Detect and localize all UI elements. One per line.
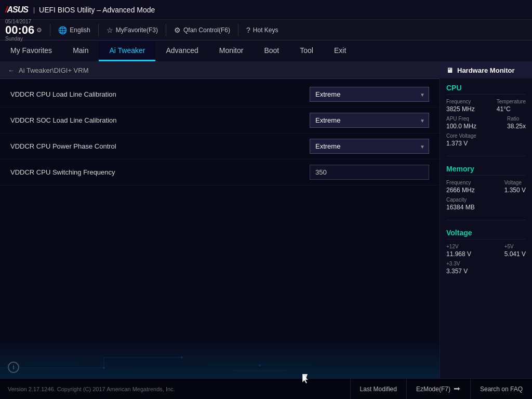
hotkeys-btn[interactable]: ? Hot Keys: [246, 26, 278, 34]
nav-monitor[interactable]: Monitor: [209, 41, 254, 61]
back-arrow-icon[interactable]: ←: [8, 66, 15, 74]
nav-boot[interactable]: Boot: [254, 41, 289, 61]
toolbar-divider-1: [50, 24, 50, 36]
hw-v33-value: 3.357 V: [446, 268, 468, 275]
hw-v5-col: +5V 5.041 V: [504, 244, 526, 258]
last-modified-btn[interactable]: Last Modified: [350, 379, 406, 399]
footer-copyright: Version 2.17.1246. Copyright (C) 2017 Am…: [0, 379, 350, 399]
nav-main[interactable]: Main: [62, 41, 99, 61]
hw-mem-voltage-value: 1.350 V: [504, 187, 526, 194]
hw-v5-label: +5V: [504, 244, 526, 249]
hw-core-voltage-col: Core Voltage 1.373 V: [446, 133, 476, 147]
monitor-icon: 🖥: [446, 66, 453, 74]
time-display: 00:06: [5, 24, 34, 36]
hw-apu-freq-col: APU Freq 100.0 MHz: [446, 116, 476, 130]
setting-row-vddcr-cpu-phase: VDDCR CPU Power Phase Control Extreme Au…: [0, 134, 440, 159]
navbar: My Favorites Main Ai Tweaker Advanced Mo…: [0, 41, 532, 62]
hw-capacity-value: 16384 MB: [446, 204, 475, 211]
hw-mem-voltage-col: Voltage 1.350 V: [504, 180, 526, 194]
hw-v5-value: 5.041 V: [504, 250, 526, 258]
hw-mem-voltage-label: Voltage: [504, 180, 526, 185]
breadcrumb: ← Ai Tweaker\DIGI+ VRM: [0, 62, 440, 79]
hw-memory-title: Memory: [446, 165, 526, 176]
setting-label-vddcr-cpu-freq: VDDCR CPU Switching Frequency: [10, 168, 310, 176]
qfan-icon: ⚙: [174, 26, 181, 34]
hw-capacity-col: Capacity 16384 MB: [446, 197, 475, 211]
toolbar: 05/14/2017 00:06 ⚙ Sunday 🌐 English ☆ My…: [0, 20, 532, 41]
hw-cpu-temp-value: 41°C: [497, 105, 526, 113]
select-wrapper-vddcr-cpu-phase: Extreme Auto Optimized Manual ▼: [310, 139, 429, 154]
hw-volt-row1: +12V 11.968 V +5V 5.041 V: [446, 244, 526, 258]
my-favorite-label: MyFavorite(F3): [116, 26, 158, 34]
language-selector[interactable]: 🌐 English: [58, 26, 90, 34]
hw-cpu-row2: APU Freq 100.0 MHz Ratio 38.25x: [446, 116, 526, 130]
setting-row-vddcr-cpu-freq: VDDCR CPU Switching Frequency: [0, 159, 440, 185]
search-faq-label: Search on FAQ: [480, 385, 523, 393]
hw-v12-col: +12V 11.968 V: [446, 244, 471, 258]
select-vddcr-soc-llc[interactable]: Extreme Auto Level 1: [310, 113, 429, 128]
hw-v33-col: +3.3V 3.357 V: [446, 261, 468, 275]
hw-monitor-panel: 🖥 Hardware Monitor CPU Frequency 3825 MH…: [440, 62, 532, 378]
footer: Version 2.17.1246. Copyright (C) 2017 Am…: [0, 378, 532, 399]
hw-capacity-label: Capacity: [446, 197, 475, 203]
setting-row-vddcr-soc-llc: VDDCR SOC Load Line Calibration Extreme …: [0, 108, 440, 134]
hw-mem-freq-label: Frequency: [446, 180, 475, 185]
hw-ratio-col: Ratio 38.25x: [507, 116, 526, 130]
my-favorite-btn[interactable]: ☆ MyFavorite(F3): [107, 26, 158, 34]
hw-ratio-value: 38.25x: [507, 123, 526, 130]
hw-cpu-row3: Core Voltage 1.373 V: [446, 133, 526, 147]
hw-memory-section: Memory Frequency 2666 MHz Voltage 1.350 …: [440, 159, 532, 217]
hotkeys-icon: ?: [246, 26, 250, 34]
hw-voltage-section: Voltage +12V 11.968 V +5V 5.041 V +3.3V …: [440, 223, 532, 281]
settings-gear-icon[interactable]: ⚙: [36, 26, 42, 34]
breadcrumb-text: Ai Tweaker\DIGI+ VRM: [19, 66, 89, 74]
language-icon: 🌐: [58, 26, 67, 34]
setting-label-vddcr-cpu-llc: VDDCR CPU Load Line Calibration: [10, 90, 310, 98]
hw-ratio-label: Ratio: [507, 116, 526, 122]
select-wrapper-vddcr-cpu-llc: Extreme Auto Level 1 Level 2 Level 7 ▼: [310, 87, 429, 102]
hw-mem-freq-col: Frequency 2666 MHz: [446, 180, 475, 194]
qfan-btn[interactable]: ⚙ Qfan Control(F6): [174, 26, 230, 34]
nav-exit[interactable]: Exit: [324, 41, 356, 61]
setting-label-vddcr-cpu-phase: VDDCR CPU Power Phase Control: [10, 142, 310, 150]
toolbar-divider-3: [166, 24, 166, 36]
nav-ai-tweaker[interactable]: Ai Tweaker: [99, 41, 155, 61]
hw-cpu-freq-value: 3825 MHz: [446, 105, 475, 113]
copyright-text: Version 2.17.1246. Copyright (C) 2017 Am…: [8, 386, 175, 392]
last-modified-label: Last Modified: [360, 385, 397, 393]
nav-advanced[interactable]: Advanced: [155, 41, 208, 61]
setting-control-vddcr-cpu-phase: Extreme Auto Optimized Manual ▼: [310, 139, 429, 154]
settings-list: VDDCR CPU Load Line Calibration Extreme …: [0, 79, 440, 356]
input-vddcr-cpu-freq[interactable]: [310, 165, 429, 180]
info-area: i: [0, 356, 440, 378]
toolbar-divider-2: [98, 24, 99, 36]
toolbar-divider-4: [238, 24, 238, 36]
hw-cpu-freq-col: Frequency 3825 MHz: [446, 99, 475, 113]
setting-row-vddcr-cpu-llc: VDDCR CPU Load Line Calibration Extreme …: [0, 82, 440, 108]
search-faq-btn[interactable]: Search on FAQ: [470, 379, 532, 399]
hw-voltage-title: Voltage: [446, 229, 526, 240]
hw-core-voltage-label: Core Voltage: [446, 133, 476, 139]
hw-cpu-temp-label: Temperature: [497, 99, 526, 104]
favorite-icon: ☆: [107, 26, 113, 34]
hw-cpu-title: CPU: [446, 84, 526, 95]
info-icon[interactable]: i: [8, 362, 19, 373]
select-vddcr-cpu-llc[interactable]: Extreme Auto Level 1 Level 2 Level 7: [310, 87, 429, 102]
hw-cpu-freq-label: Frequency: [446, 99, 475, 104]
bios-header: /ASUS | UEFI BIOS Utility – Advanced Mod…: [0, 0, 532, 20]
nav-tool[interactable]: Tool: [289, 41, 324, 61]
header-separator: |: [33, 6, 35, 14]
nav-my-favorites[interactable]: My Favorites: [0, 41, 62, 61]
hw-apu-freq-label: APU Freq: [446, 116, 476, 122]
ez-mode-btn[interactable]: EzMode(F7) ⮕: [406, 379, 470, 399]
select-vddcr-cpu-phase[interactable]: Extreme Auto Optimized Manual: [310, 139, 429, 154]
hw-monitor-title: Hardware Monitor: [457, 66, 515, 74]
hw-v12-label: +12V: [446, 244, 471, 249]
hw-mem-row1: Frequency 2666 MHz Voltage 1.350 V: [446, 180, 526, 194]
select-wrapper-vddcr-soc-llc: Extreme Auto Level 1 ▼: [310, 113, 429, 128]
qfan-label: Qfan Control(F6): [183, 26, 230, 34]
hw-mem-row2: Capacity 16384 MB: [446, 197, 526, 211]
hw-monitor-header: 🖥 Hardware Monitor: [440, 62, 532, 78]
content-area: ← Ai Tweaker\DIGI+ VRM VDDCR CPU Load Li…: [0, 62, 440, 378]
hw-apu-freq-value: 100.0 MHz: [446, 123, 476, 130]
